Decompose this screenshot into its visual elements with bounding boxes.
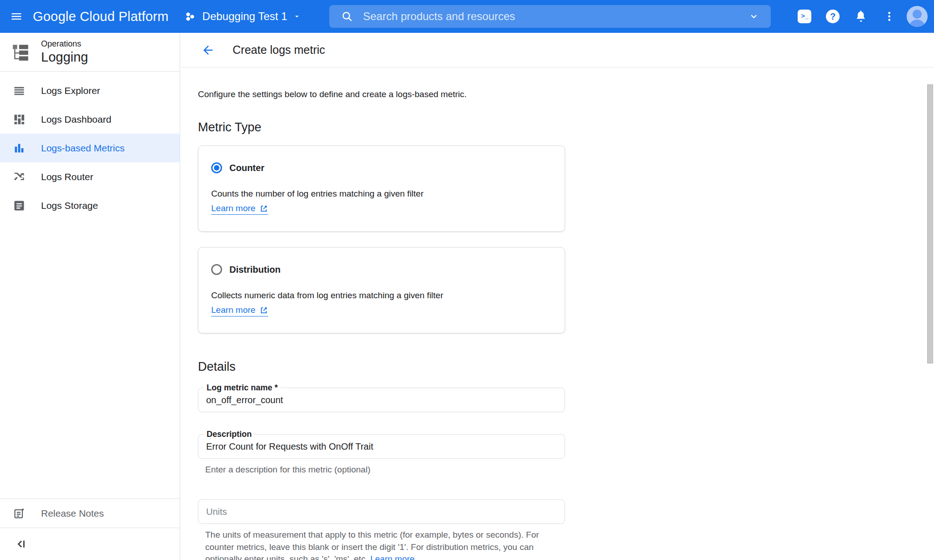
distribution-radio-unselected-icon[interactable]	[211, 264, 222, 275]
project-selector[interactable]: Debugging Test 1	[185, 10, 301, 23]
sidebar-spacer	[0, 220, 180, 498]
external-link-icon	[259, 306, 268, 315]
project-name: Debugging Test 1	[202, 10, 287, 23]
account-avatar[interactable]	[907, 6, 928, 27]
learn-more-label: Learn more	[211, 305, 255, 315]
distribution-radio-row: Distribution	[211, 264, 552, 275]
sidebar-item-label: Logs Router	[41, 171, 93, 182]
back-arrow-icon	[201, 43, 215, 57]
back-button[interactable]	[199, 41, 217, 59]
sidebar-header: Operations Logging	[0, 33, 180, 72]
cloud-shell-button[interactable]: >_	[794, 5, 815, 27]
search-icon	[341, 10, 353, 22]
log-metric-name-label: Log metric name *	[204, 383, 280, 393]
sidebar-item-logs-router[interactable]: Logs Router	[0, 162, 180, 191]
sidebar-item-logs-explorer[interactable]: Logs Explorer	[0, 76, 180, 105]
avatar-head-shape	[913, 10, 922, 19]
description-helper-text: Enter a description for this metric (opt…	[205, 465, 934, 475]
sidebar-item-label: Release Notes	[41, 508, 104, 519]
intro-text: Configure the settings below to define a…	[198, 89, 934, 99]
logs-storage-icon	[12, 199, 26, 212]
menu-icon[interactable]	[0, 0, 33, 33]
collapse-panel-icon	[16, 538, 27, 550]
hamburger-icon	[10, 10, 23, 23]
learn-more-label: Learn more	[211, 203, 255, 213]
avatar-body-shape	[909, 20, 925, 27]
counter-option-card[interactable]: Counter Counts the number of log entries…	[198, 145, 565, 232]
logging-sidebar: Operations Logging Logs Explorer Logs Da…	[0, 33, 180, 560]
sidebar-item-logs-dashboard[interactable]: Logs Dashboard	[0, 105, 180, 134]
units-learn-more-link[interactable]: Learn more	[370, 554, 415, 560]
sidebar-item-logs-storage[interactable]: Logs Storage	[0, 191, 180, 220]
help-icon: ?	[826, 10, 840, 23]
notifications-button[interactable]	[850, 5, 872, 27]
sidebar-item-label: Logs Explorer	[41, 85, 100, 96]
units-helper-text: The units of measurement that apply to t…	[205, 529, 545, 560]
logs-dashboard-icon	[12, 113, 26, 126]
topbar-actions: >_ ?	[794, 0, 928, 33]
sidebar-item-logs-based-metrics[interactable]: Logs-based Metrics	[0, 134, 180, 162]
description-label: Description	[204, 429, 254, 439]
bell-icon	[855, 10, 867, 23]
description-field: Description	[198, 434, 565, 459]
metric-type-heading: Metric Type	[198, 120, 934, 135]
counter-radio-label: Counter	[229, 163, 265, 173]
sidebar-header-text: Operations Logging	[41, 39, 88, 65]
sidebar-item-label: Logs Dashboard	[41, 114, 111, 125]
sidebar-eyebrow: Operations	[41, 39, 88, 49]
distribution-description: Collects numeric data from log entries m…	[211, 290, 552, 301]
kebab-menu-icon	[883, 10, 895, 22]
logs-explorer-icon	[12, 84, 26, 97]
collapse-sidebar-button[interactable]	[0, 528, 180, 560]
vertical-scrollbar-thumb[interactable]	[927, 84, 933, 363]
release-notes-icon	[12, 507, 26, 520]
units-input[interactable]	[198, 499, 565, 524]
distribution-option-card[interactable]: Distribution Collects numeric data from …	[198, 247, 565, 333]
logging-product-icon	[11, 42, 30, 62]
help-button[interactable]: ?	[822, 5, 844, 27]
global-search-input[interactable]: Search products and resources	[329, 5, 771, 28]
units-field	[198, 499, 565, 524]
details-heading: Details	[198, 360, 934, 374]
log-metric-name-field: Log metric name *	[198, 388, 565, 412]
sidebar-item-label: Logs Storage	[41, 200, 98, 211]
counter-radio-row: Counter	[211, 162, 552, 173]
search-placeholder: Search products and resources	[363, 10, 749, 23]
external-link-icon	[259, 204, 268, 213]
page-title: Create logs metric	[233, 43, 325, 57]
gcp-logo[interactable]: Google Cloud Platform	[33, 9, 169, 24]
cloud-shell-icon: >_	[798, 10, 811, 23]
logs-based-metrics-icon	[12, 142, 26, 155]
counter-learn-more-link[interactable]: Learn more	[211, 203, 268, 215]
logs-router-icon	[12, 171, 26, 183]
sidebar-title: Logging	[41, 50, 88, 65]
more-options-button[interactable]	[878, 5, 900, 27]
main-panel: Create logs metric Configure the setting…	[181, 33, 934, 560]
page-content: Configure the settings below to define a…	[181, 67, 934, 560]
counter-radio-selected-icon[interactable]	[211, 162, 222, 173]
sidebar-item-label: Logs-based Metrics	[41, 143, 125, 154]
distribution-radio-label: Distribution	[229, 264, 280, 275]
sidebar-item-release-notes[interactable]: Release Notes	[0, 499, 180, 528]
sidebar-release-notes-section: Release Notes	[0, 498, 180, 528]
project-icon	[185, 10, 197, 22]
sidebar-nav: Logs Explorer Logs Dashboard Logs-based …	[0, 72, 180, 220]
search-chevron-down-icon[interactable]	[749, 11, 759, 21]
top-app-bar: Google Cloud Platform Debugging Test 1 S…	[0, 0, 934, 33]
distribution-learn-more-link[interactable]: Learn more	[211, 305, 268, 316]
page-header: Create logs metric	[181, 33, 934, 67]
counter-description: Counts the number of log entries matchin…	[211, 189, 552, 199]
project-caret-icon	[293, 12, 301, 21]
